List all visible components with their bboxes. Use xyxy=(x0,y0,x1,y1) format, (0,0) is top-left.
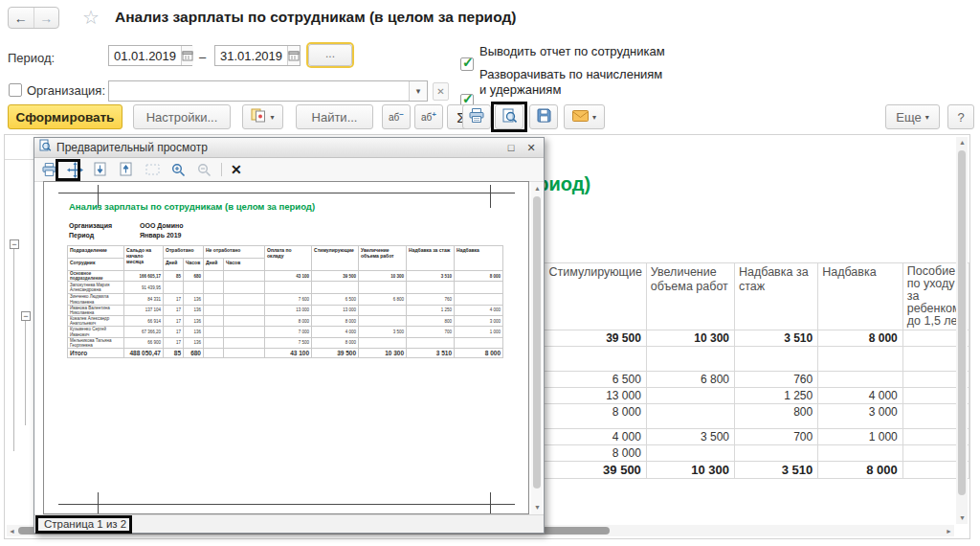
column-header: Сотрудник xyxy=(68,259,124,271)
maximize-icon[interactable]: □ xyxy=(503,142,519,153)
table-row[interactable] xyxy=(473,347,969,372)
next-page-button[interactable] xyxy=(92,161,109,178)
generate-button[interactable]: Сформировать xyxy=(8,104,122,129)
zoom-in-button[interactable] xyxy=(169,161,187,178)
group-tree-line xyxy=(25,320,26,425)
calendar-icon[interactable] xyxy=(287,46,300,65)
period-to-field[interactable]: 31.01.2019 xyxy=(214,45,301,66)
app-window: ← → ☆ Анализ зарплаты по сотрудникам (в … xyxy=(0,0,980,546)
favorite-star-icon[interactable]: ☆ xyxy=(82,6,100,29)
scroll-left-icon[interactable]: ◄ xyxy=(9,528,15,535)
preview-button[interactable] xyxy=(495,104,523,129)
nav-history-group: ← → xyxy=(8,7,59,29)
period-value: Январь 2019 xyxy=(140,232,181,239)
dialog-statusbar: Страница 1 из 2 xyxy=(34,514,544,533)
table-row[interactable]: 43 10039 50010 3003 5108 000 xyxy=(473,462,969,479)
print-button[interactable] xyxy=(40,161,57,178)
column-header[interactable]: Увеличение объема работ xyxy=(646,263,734,330)
collapse-groups-icon: аб− xyxy=(389,110,404,123)
organization-checkbox[interactable] xyxy=(9,83,22,97)
print-button[interactable] xyxy=(462,104,491,129)
report-header-row: Оплата по окладу Стимулирующие Увеличени… xyxy=(473,263,969,330)
close-icon[interactable]: ✕ xyxy=(523,142,539,154)
zoom-out-button[interactable] xyxy=(195,161,212,178)
collapse-groups-button[interactable]: аб− xyxy=(382,104,411,129)
forward-button[interactable]: → xyxy=(34,8,59,28)
preview-page: Анализ зарплаты по сотрудникам (в целом … xyxy=(43,181,529,514)
table-row[interactable]: 8 0008 0008003 000 xyxy=(473,404,969,429)
column-header: Дней xyxy=(164,259,184,271)
calendar-icon[interactable] xyxy=(181,46,193,65)
column-header: Стимулирующие xyxy=(312,246,359,271)
period-label: Период: xyxy=(8,51,55,65)
table-row: Мельникова Татьяна Георгиевна66 90017136… xyxy=(68,337,503,348)
margin-mark xyxy=(58,193,515,193)
chevron-down-icon: ▾ xyxy=(925,113,929,122)
margin-mark xyxy=(98,492,99,513)
find-button[interactable]: Найти... xyxy=(296,104,373,129)
collapse-group-toggle[interactable]: − xyxy=(10,239,19,249)
dialog-toolbar: ✕ xyxy=(34,158,544,182)
report-vertical-scrollbar[interactable]: ▲ ▼ xyxy=(956,137,968,524)
table-row: Иванова Валентина Николаевна137 10417136… xyxy=(68,305,503,315)
column-header[interactable]: Надбавка за стаж xyxy=(735,263,818,330)
table-row: Кузьменко Сергей Иванович67 366,20171367… xyxy=(68,327,503,337)
scroll-up-icon[interactable]: ▲ xyxy=(959,139,966,147)
previous-page-button[interactable] xyxy=(118,161,135,178)
org-label: Организация xyxy=(69,222,112,229)
send-email-button[interactable]: ▾ xyxy=(564,104,605,129)
column-header: Сальдо на начало месяца xyxy=(124,246,164,271)
scrollbar-thumb[interactable] xyxy=(958,150,966,495)
more-button[interactable]: Еще▾ xyxy=(885,104,940,129)
period-options-button[interactable]: ... xyxy=(308,44,352,66)
organization-combobox[interactable]: ▾ xyxy=(108,80,428,102)
settings-button[interactable]: Настройки... xyxy=(133,104,231,129)
back-arrow-icon: ← xyxy=(14,11,28,26)
column-header: Дней xyxy=(204,259,224,271)
collapse-group-toggle[interactable]: − xyxy=(21,311,31,321)
by-employees-checkbox[interactable]: ✓ xyxy=(460,57,474,71)
expand-groups-button[interactable]: аб+ xyxy=(414,104,443,129)
period-from-field[interactable]: 01.01.2019 xyxy=(108,45,192,66)
dialog-vertical-scrollbar[interactable]: ▲ ▼ xyxy=(531,182,543,514)
printer-icon xyxy=(469,108,484,125)
column-header[interactable]: Стимулирующие xyxy=(545,263,646,330)
help-button[interactable]: ? xyxy=(947,104,974,129)
report-variants-button[interactable]: ▾ xyxy=(242,104,283,129)
report-variant-icon xyxy=(251,108,266,125)
margin-mark xyxy=(490,492,491,513)
scroll-down-icon[interactable]: ▼ xyxy=(959,514,966,522)
scrollbar-thumb[interactable] xyxy=(533,196,541,489)
column-header: Отработано xyxy=(164,246,204,259)
table-row[interactable]: 7 6006 5006 800760 xyxy=(473,372,969,388)
table-row[interactable]: 7 0004 0003 5007001 000 xyxy=(473,429,969,445)
column-header: Часов xyxy=(184,259,204,271)
close-preview-button[interactable]: ✕ xyxy=(231,162,242,177)
column-header: Подразделение xyxy=(68,246,124,259)
table-row[interactable]: 7 5008 000 xyxy=(473,445,969,462)
scroll-right-icon[interactable]: ► xyxy=(946,528,952,535)
margin-mark xyxy=(490,185,491,208)
clear-icon[interactable]: ✕ xyxy=(433,82,449,101)
column-header: Не отработано xyxy=(204,246,265,259)
table-row[interactable]: 43 10039 50010 3003 5108 000 xyxy=(473,330,969,347)
page-counter: Страница 1 из 2 xyxy=(44,518,126,530)
column-header: Часов xyxy=(224,259,265,271)
dialog-titlebar[interactable]: Предварительный просмотр □ ✕ xyxy=(34,138,544,158)
check-icon: ✓ xyxy=(462,55,474,70)
back-button[interactable]: ← xyxy=(9,8,34,28)
page-title: Анализ зарплаты по сотрудникам (в целом … xyxy=(115,9,516,26)
group-tree-line xyxy=(13,248,14,451)
chevron-down-icon[interactable]: ▾ xyxy=(409,81,427,101)
column-header: Надбавка xyxy=(455,246,503,271)
scroll-down-icon[interactable]: ▼ xyxy=(534,504,541,512)
table-row[interactable]: 13 00013 0001 2504 000 xyxy=(473,388,969,404)
chevron-down-icon: ▾ xyxy=(270,113,274,122)
preview-doc-icon xyxy=(39,139,52,156)
column-header[interactable]: Надбавка xyxy=(818,263,903,330)
by-employees-label: Выводить отчет по сотрудникам xyxy=(479,44,665,59)
period-dash: – xyxy=(199,50,206,64)
scroll-up-icon[interactable]: ▲ xyxy=(534,185,541,193)
pan-button[interactable] xyxy=(66,161,83,178)
save-button[interactable] xyxy=(529,104,558,129)
